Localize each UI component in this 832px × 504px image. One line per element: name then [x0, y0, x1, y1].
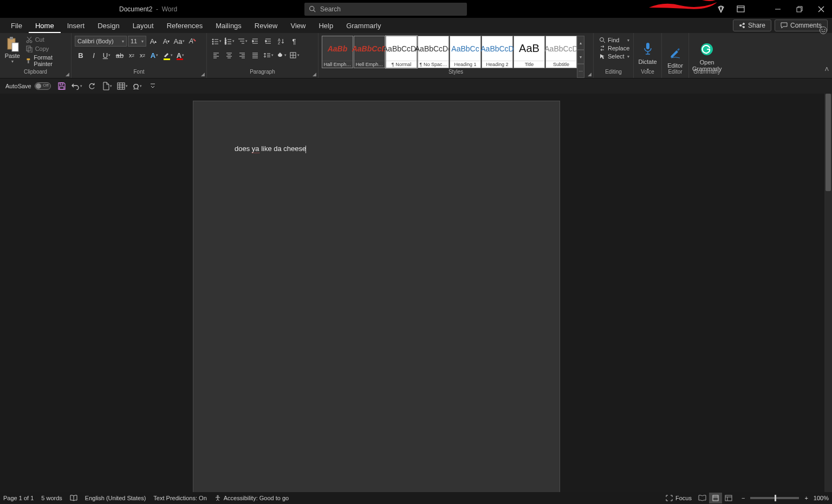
format-painter-label: Format Painter [34, 54, 66, 67]
tab-layout[interactable]: Layout [126, 19, 160, 33]
scrollbar-thumb[interactable] [826, 94, 831, 191]
vertical-scrollbar[interactable] [824, 94, 832, 492]
autosave-switch[interactable]: Off [35, 82, 51, 90]
tab-design[interactable]: Design [91, 19, 126, 33]
tab-home[interactable]: Home [29, 19, 61, 33]
accessibility-status[interactable]: Accessibility: Good to go [214, 495, 289, 501]
text-predictions-status[interactable]: Text Predictions: On [153, 495, 206, 501]
share-button[interactable]: Share [733, 19, 771, 31]
font-color-button[interactable]: A▾ [174, 49, 186, 61]
style-subtitle[interactable]: AaBbCcDSubtitle [545, 36, 577, 68]
style-hell-emph-[interactable]: AaBbCcDHell Emph… [354, 36, 385, 68]
underline-button[interactable]: U▾ [101, 49, 113, 61]
web-layout-button[interactable] [722, 493, 735, 503]
document-text[interactable]: does ya like da cheese [235, 145, 306, 153]
styles-scroll-up-icon[interactable]: ▴ [577, 36, 584, 50]
zoom-slider-thumb[interactable] [775, 495, 776, 501]
cut-button[interactable]: Cut [24, 35, 68, 44]
word-count-status[interactable]: 5 words [41, 495, 62, 501]
tab-grammarly[interactable]: Grammarly [340, 19, 387, 33]
style-hall-emph-[interactable]: AaBbHall Emph… [322, 36, 353, 68]
language-label: English (United States) [85, 495, 146, 501]
language-status[interactable]: English (United States) [85, 495, 146, 501]
change-case-button[interactable]: Aa▾ [173, 35, 185, 47]
style-heading-1[interactable]: AaBbCcHeading 1 [450, 36, 481, 68]
tab-mailings[interactable]: Mailings [209, 19, 248, 33]
strikethrough-button[interactable]: ab [114, 49, 126, 61]
tab-view[interactable]: View [284, 19, 312, 33]
increase-font-size-button[interactable]: A▴ [147, 35, 159, 47]
decrease-indent-button[interactable] [249, 35, 261, 47]
ribbon-display-options-icon[interactable] [731, 5, 750, 12]
premium-diamond-icon[interactable] [712, 5, 730, 14]
sort-button[interactable]: AZ [275, 35, 287, 47]
align-center-button[interactable] [223, 49, 235, 61]
dialog-launcher-icon[interactable]: ◢ [201, 71, 205, 77]
superscript-button[interactable]: x2 [138, 49, 147, 61]
print-layout-button[interactable] [709, 493, 722, 503]
tab-insert[interactable]: Insert [61, 19, 92, 33]
share-icon [739, 22, 745, 29]
zoom-in-button[interactable]: + [802, 495, 810, 501]
font-name-combo[interactable]: Calibri (Body)▾ [75, 36, 127, 47]
borders-button[interactable]: ▾ [288, 49, 300, 61]
shading-button[interactable]: ▾ [275, 49, 287, 61]
page-number-status[interactable]: Page 1 of 1 [3, 495, 34, 501]
zoom-out-button[interactable]: − [739, 495, 747, 501]
style--normal[interactable]: AaBbCcDc¶ Normal [386, 36, 417, 68]
styles-scroll-down-icon[interactable]: ▾ [577, 50, 584, 64]
align-left-button[interactable] [210, 49, 222, 61]
numbering-button[interactable]: 123▾ [223, 35, 235, 47]
dialog-launcher-icon[interactable]: ◢ [313, 71, 316, 77]
bold-button[interactable]: B [75, 49, 87, 61]
tab-help[interactable]: Help [312, 19, 340, 33]
zoom-slider[interactable] [750, 497, 799, 499]
format-painter-button[interactable]: Format Painter [24, 54, 68, 68]
italic-button[interactable]: I [88, 49, 100, 61]
focus-mode-button[interactable]: Focus [666, 495, 692, 501]
tab-references[interactable]: References [160, 19, 209, 33]
qat-customize-button[interactable] [146, 80, 159, 93]
restore-button[interactable] [789, 0, 810, 18]
zoom-level-label[interactable]: 100% [814, 495, 829, 501]
replace-button[interactable]: Replace [597, 44, 632, 52]
style--no-spac-[interactable]: AaBbCcDc¶ No Spac… [418, 36, 449, 68]
autosave-toggle[interactable]: AutoSave Off [3, 82, 53, 90]
save-button[interactable] [55, 80, 68, 93]
clear-formatting-button[interactable]: A [186, 35, 198, 47]
increase-indent-button[interactable] [262, 35, 274, 47]
line-spacing-button[interactable]: ▾ [262, 49, 274, 61]
new-doc-button[interactable]: ▾ [101, 80, 114, 93]
decrease-font-size-button[interactable]: A▾ [160, 35, 172, 47]
text-effects-button[interactable]: A▾ [148, 49, 160, 61]
dialog-launcher-icon[interactable]: ◢ [66, 71, 69, 77]
tab-file[interactable]: File [4, 19, 29, 33]
document-page[interactable]: does ya like da cheese [193, 101, 560, 492]
find-button[interactable]: Find▾ [597, 36, 632, 44]
close-button[interactable] [810, 0, 832, 18]
table-button[interactable]: ▾ [116, 80, 129, 93]
style-heading-2[interactable]: AaBbCcDHeading 2 [482, 36, 513, 68]
dialog-launcher-icon[interactable]: ◢ [588, 71, 592, 77]
subscript-button[interactable]: x2 [127, 49, 136, 61]
font-size-combo[interactable]: 11▾ [128, 36, 146, 47]
undo-button[interactable]: ▾ [70, 80, 83, 93]
copy-button[interactable]: Copy [24, 44, 68, 53]
tab-review[interactable]: Review [248, 19, 284, 33]
customize-icon [150, 83, 155, 89]
minimize-button[interactable] [767, 0, 789, 18]
search-box[interactable]: Search [304, 3, 467, 16]
select-button[interactable]: Select▾ [597, 53, 632, 60]
align-right-button[interactable] [236, 49, 248, 61]
style-title[interactable]: AaBTitle [514, 36, 545, 68]
justify-button[interactable] [249, 49, 261, 61]
highlight-color-button[interactable]: ▾ [161, 49, 173, 61]
redo-button[interactable] [86, 80, 99, 93]
symbol-button[interactable]: Ω▾ [131, 80, 144, 93]
bullets-button[interactable]: ▾ [210, 35, 222, 47]
spellcheck-status[interactable] [70, 495, 77, 501]
multilevel-list-button[interactable]: ▾ [236, 35, 248, 47]
paste-icon [5, 36, 20, 53]
show-paragraph-marks-button[interactable]: ¶ [288, 35, 300, 47]
read-mode-button[interactable] [696, 493, 709, 503]
